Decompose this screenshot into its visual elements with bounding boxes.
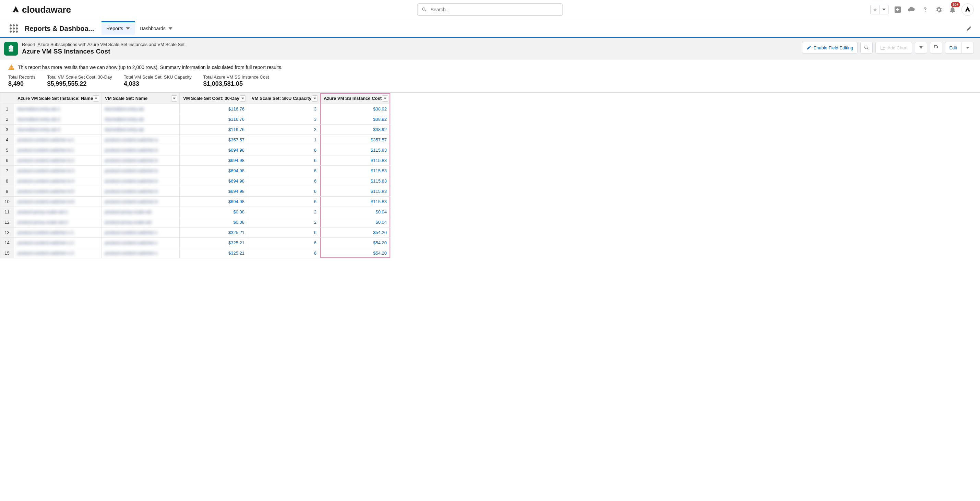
notifications-button[interactable]: 20+ — [948, 5, 958, 14]
refresh-button[interactable] — [930, 42, 942, 54]
cell-instance-cost: $38.92 — [320, 114, 391, 124]
summary-label: Total VM Scale Set: SKU Capacity — [124, 75, 192, 80]
column-header[interactable]: Azure VM SS Instance Cost — [320, 93, 391, 104]
app-launcher-icon[interactable] — [10, 24, 19, 33]
enable-field-editing-button[interactable]: Enable Field Editing — [802, 42, 858, 54]
tab-reports-label: Reports — [106, 26, 123, 31]
column-menu-button[interactable] — [171, 96, 177, 102]
cell-instance-name: blurredtext-entry-ab-3 — [14, 124, 102, 135]
row-number: 11 — [0, 207, 14, 217]
cell-cost-30day: $325.21 — [180, 248, 248, 258]
cell-scale-set-name: product-proxy-scale-set — [102, 207, 180, 217]
search-icon — [422, 7, 427, 12]
table-row[interactable]: 10product-content-switcher-b-6product-co… — [0, 196, 391, 207]
page-title: Azure VM SS Instances Cost — [22, 48, 185, 55]
table-row[interactable]: 3blurredtext-entry-ab-3blurredtext-entry… — [0, 124, 391, 135]
cell-scale-set-name: product-content-switcher-c — [102, 228, 180, 238]
search-report-button[interactable] — [860, 42, 873, 54]
app-nav: Reports & Dashboa... Reports Dashboards — [0, 20, 980, 38]
cell-cost-30day: $0.08 — [180, 207, 248, 217]
cell-sku-capacity: 6 — [248, 228, 320, 238]
row-number: 13 — [0, 228, 14, 238]
summary-label: Total VM Scale Set Cost: 30-Day — [47, 75, 112, 80]
table-row[interactable]: 4product-content-switcher-a-1product-con… — [0, 135, 391, 145]
search-icon — [864, 45, 869, 51]
cell-scale-set-name: product-content-switcher-b — [102, 186, 180, 196]
table-row[interactable]: 7product-content-switcher-b-3product-con… — [0, 166, 391, 176]
clipboard-chart-icon — [7, 45, 15, 53]
column-header[interactable]: VM Scale Set: Name — [102, 93, 180, 104]
table-row[interactable]: 1blurredtext-entry-ab-1blurredtext-entry… — [0, 104, 391, 114]
summary-item: Total VM Scale Set: SKU Capacity 4,033 — [124, 75, 192, 88]
help-button[interactable] — [920, 5, 930, 14]
header-utilities: 20+ — [870, 3, 974, 16]
summary-value: 4,033 — [124, 80, 192, 88]
table-row[interactable]: 11product-proxy-scale-set-1product-proxy… — [0, 207, 391, 217]
column-label: VM Scale Set Cost: 30-Day — [183, 96, 239, 101]
refresh-icon — [933, 45, 939, 51]
add-chart-button[interactable]: Add Chart — [875, 42, 912, 54]
chevron-down-icon — [880, 5, 888, 14]
table-row[interactable]: 12product-proxy-scale-set-2product-proxy… — [0, 217, 391, 228]
salesforce-button[interactable] — [907, 5, 916, 14]
search-input[interactable] — [431, 7, 558, 12]
cell-instance-cost: $115.83 — [320, 145, 391, 155]
add-button[interactable] — [893, 5, 902, 14]
edit-label: Edit — [950, 45, 957, 51]
table-row[interactable]: 5product-content-switcher-b-1product-con… — [0, 145, 391, 155]
warning-row: This report has more results than we can… — [0, 60, 980, 72]
add-chart-label: Add Chart — [888, 45, 908, 51]
column-header[interactable]: Azure VM Scale Set Instance: Name — [14, 93, 102, 104]
filter-icon — [919, 45, 923, 50]
chevron-down-icon — [966, 46, 969, 49]
cell-instance-name: product-proxy-scale-set-1 — [14, 207, 102, 217]
cell-instance-name: product-content-switcher-c-1 — [14, 228, 102, 238]
question-icon — [921, 6, 929, 13]
table-row[interactable]: 2blurredtext-entry-ab-2blurredtext-entry… — [0, 114, 391, 124]
table-row[interactable]: 8product-content-switcher-b-4product-con… — [0, 176, 391, 186]
row-number: 7 — [0, 166, 14, 176]
cell-cost-30day: $694.98 — [180, 166, 248, 176]
chevron-down-icon — [242, 97, 244, 100]
cell-cost-30day: $694.98 — [180, 186, 248, 196]
column-header[interactable]: VM Scale Set Cost: 30-Day — [180, 93, 248, 104]
cell-instance-cost: $38.92 — [320, 104, 391, 114]
global-search[interactable] — [417, 3, 563, 16]
table-row[interactable]: 6product-content-switcher-b-2product-con… — [0, 155, 391, 166]
cell-scale-set-name: blurredtext-entry-ab — [102, 114, 180, 124]
edit-nav-button[interactable] — [964, 24, 974, 33]
chevron-down-icon — [384, 97, 387, 100]
chevron-down-icon — [95, 97, 97, 100]
row-number: 10 — [0, 196, 14, 207]
table-row[interactable]: 15product-content-switcher-c-3product-co… — [0, 248, 391, 258]
notifications-badge: 20+ — [951, 2, 960, 7]
cell-sku-capacity: 3 — [248, 104, 320, 114]
column-menu-button[interactable] — [382, 96, 388, 102]
pencil-icon — [966, 26, 972, 31]
svg-rect-3 — [11, 69, 12, 69]
favorites-button[interactable] — [870, 5, 889, 14]
column-menu-button[interactable] — [312, 96, 318, 102]
settings-button[interactable] — [934, 5, 943, 14]
cell-instance-cost: $115.83 — [320, 155, 391, 166]
cell-instance-name: product-content-switcher-b-6 — [14, 196, 102, 207]
table-row[interactable]: 9product-content-switcher-b-5product-con… — [0, 186, 391, 196]
table-row[interactable]: 13product-content-switcher-c-1product-co… — [0, 228, 391, 238]
tab-dashboards[interactable]: Dashboards — [135, 22, 177, 35]
edit-button[interactable]: Edit — [945, 42, 961, 54]
cell-instance-name: product-content-switcher-c-3 — [14, 248, 102, 258]
column-menu-button[interactable] — [93, 96, 99, 102]
tab-reports[interactable]: Reports — [102, 21, 135, 35]
table-row[interactable]: 14product-content-switcher-c-2product-co… — [0, 238, 391, 248]
column-menu-button[interactable] — [240, 96, 246, 102]
cell-scale-set-name: product-content-switcher-b — [102, 196, 180, 207]
edit-dropdown-button[interactable] — [961, 42, 974, 54]
summary-label: Total Azure VM SS Instance Cost — [203, 75, 269, 80]
column-label: Azure VM SS Instance Cost — [324, 96, 382, 101]
cell-instance-cost: $357.57 — [320, 135, 391, 145]
cell-cost-30day: $325.21 — [180, 238, 248, 248]
user-avatar[interactable] — [961, 3, 974, 16]
filter-button[interactable] — [915, 42, 927, 54]
cell-scale-set-name: product-proxy-scale-set — [102, 217, 180, 228]
column-header[interactable]: VM Scale Set: SKU Capacity — [248, 93, 320, 104]
